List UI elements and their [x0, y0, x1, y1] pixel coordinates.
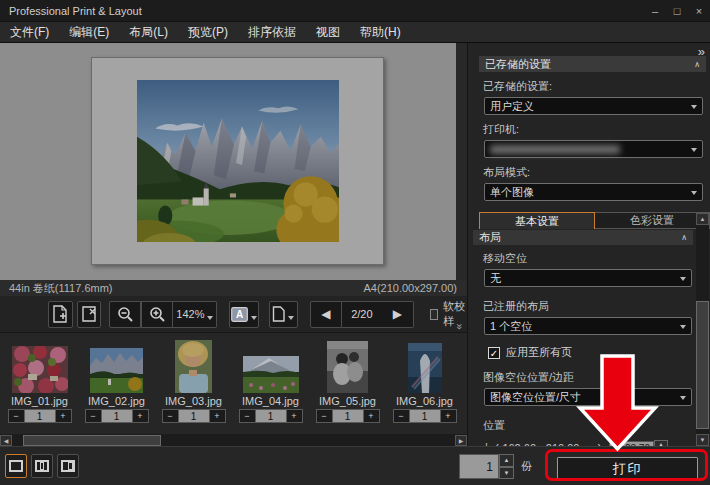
- apply-all-pages-control[interactable]: ✓ 应用至所有页: [488, 345, 710, 360]
- chevron-down-icon: [691, 191, 697, 195]
- preview-toolbar: 142% A ◀ 2/20: [0, 296, 467, 332]
- left-region: 44in 卷纸(1117.6mm) A4(210.00x297.00): [0, 43, 467, 446]
- thumbnail-image-girl-portrait[interactable]: [175, 340, 212, 393]
- apply-all-pages-checkbox[interactable]: ✓: [488, 347, 500, 359]
- add-page-icon: [52, 305, 68, 323]
- menu-edit[interactable]: 编辑(E): [59, 22, 119, 43]
- view-split-right-button[interactable]: [57, 454, 79, 478]
- thumbnail-image-mountain-meadow[interactable]: [243, 356, 299, 393]
- copies-stepper: − 1 +: [8, 409, 72, 423]
- printer-name-redacted: [490, 145, 620, 154]
- tab-color-settings[interactable]: 色彩设置: [595, 212, 710, 229]
- maximize-button[interactable]: □: [666, 0, 688, 22]
- thumbnail-image-flowers[interactable]: [12, 346, 68, 393]
- scrollbar-track[interactable]: [13, 435, 454, 446]
- decrement-button[interactable]: −: [393, 409, 410, 423]
- thumbnail-panel-collapse-icon[interactable]: »: [454, 323, 466, 328]
- chevron-down-icon: [288, 316, 294, 320]
- menu-preview[interactable]: 预览(P): [178, 22, 238, 43]
- previous-page-button[interactable]: ◀: [310, 301, 342, 328]
- view-split-center-button[interactable]: [31, 454, 53, 478]
- layout-section-header[interactable]: 布局 ∧: [473, 230, 693, 245]
- zoom-in-icon: [149, 306, 166, 323]
- increment-button[interactable]: +: [286, 409, 303, 423]
- add-page-button[interactable]: [48, 301, 73, 328]
- printer-dropdown[interactable]: [484, 140, 703, 158]
- chevron-down-icon: [207, 316, 213, 320]
- print-preview-canvas[interactable]: [0, 43, 456, 280]
- thumbnail-image-bw-children[interactable]: [327, 341, 368, 393]
- registered-layout-dropdown[interactable]: 1 个空位: [484, 317, 692, 335]
- move-slot-dropdown[interactable]: 无: [484, 269, 692, 287]
- paper-page[interactable]: [91, 57, 384, 265]
- decrement-button[interactable]: −: [85, 409, 102, 423]
- panel-collapse-icon[interactable]: »: [698, 44, 705, 59]
- decrement-button[interactable]: −: [162, 409, 179, 423]
- paper-settings-button[interactable]: [269, 301, 298, 328]
- collapse-caret-icon[interactable]: ∧: [681, 233, 687, 242]
- close-button[interactable]: ×: [688, 0, 710, 22]
- decrement-button[interactable]: −: [316, 409, 333, 423]
- increment-button[interactable]: +: [55, 409, 72, 423]
- thumbnail-item[interactable]: IMG_05.jpg − 1 +: [309, 337, 386, 434]
- page-size-label: A4(210.00x297.00): [363, 282, 467, 294]
- zoom-level-value: 142%: [176, 308, 204, 320]
- copies-count: 1: [410, 409, 440, 423]
- decrement-button[interactable]: −: [8, 409, 25, 423]
- sidebar-scrollbar[interactable]: ▲ ▼: [696, 213, 709, 446]
- thumbnail-image-mountains[interactable]: [90, 348, 143, 393]
- saved-settings-header[interactable]: 已存储的设置 ∧: [479, 56, 706, 72]
- decrement-button[interactable]: −: [239, 409, 256, 423]
- scroll-right-button[interactable]: ▶: [455, 435, 467, 446]
- scrollbar-thumb[interactable]: [23, 435, 161, 446]
- thumbnail-item[interactable]: IMG_01.jpg − 1 +: [1, 337, 78, 434]
- scroll-left-button[interactable]: ◀: [0, 435, 12, 446]
- menu-bar: 文件(F) 编辑(E) 布局(L) 预览(P) 排序依据 视图 帮助(H): [0, 22, 710, 43]
- arrow-right-icon: ▶: [393, 307, 402, 321]
- zoom-level-dropdown[interactable]: 142%: [173, 301, 217, 328]
- menu-layout[interactable]: 布局(L): [119, 22, 178, 43]
- increment-button[interactable]: +: [363, 409, 380, 423]
- zoom-in-button[interactable]: [141, 301, 173, 328]
- slot-position-dropdown[interactable]: 图像空位位置/尺寸: [484, 388, 692, 406]
- spin-up-button[interactable]: ▲: [499, 454, 514, 467]
- arrow-left-icon: ◀: [321, 307, 330, 321]
- increment-button[interactable]: +: [209, 409, 226, 423]
- zoom-out-button[interactable]: [109, 301, 141, 328]
- increment-button[interactable]: +: [132, 409, 149, 423]
- view-single-button[interactable]: [5, 454, 27, 478]
- text-style-button[interactable]: A: [229, 301, 258, 328]
- tab-basic-settings[interactable]: 基本设置: [479, 212, 595, 229]
- saved-settings-dropdown[interactable]: 用户定义: [484, 97, 703, 115]
- spin-down-button[interactable]: ▼: [499, 467, 514, 480]
- print-button[interactable]: 打印: [557, 457, 698, 480]
- menu-view[interactable]: 视图: [306, 22, 350, 43]
- copies-input[interactable]: 1: [459, 454, 499, 479]
- registered-layout-label: 已注册的布局: [483, 299, 710, 314]
- thumbnail-item[interactable]: IMG_04.jpg − 1 +: [232, 337, 309, 434]
- soft-proof-checkbox[interactable]: [430, 309, 438, 320]
- minimize-button[interactable]: –: [644, 0, 666, 22]
- scrollbar-thumb[interactable]: [696, 301, 709, 429]
- scroll-up-button[interactable]: ▲: [696, 213, 709, 225]
- split-right-view-icon: [61, 460, 75, 472]
- menu-file[interactable]: 文件(F): [0, 22, 59, 43]
- increment-button[interactable]: +: [440, 409, 457, 423]
- menu-help[interactable]: 帮助(H): [350, 22, 411, 43]
- position-section-label: 位置: [483, 418, 710, 433]
- mountain-landscape-photo: [137, 80, 339, 242]
- placed-photo[interactable]: [137, 80, 339, 242]
- menu-sort-by[interactable]: 排序依据: [238, 22, 306, 43]
- zoom-out-icon: [117, 306, 134, 323]
- layout-mode-dropdown[interactable]: 单个图像: [484, 183, 703, 201]
- next-page-button[interactable]: ▶: [382, 301, 414, 328]
- thumbnail-image-geyser[interactable]: [408, 343, 442, 393]
- thumbnail-filename: IMG_05.jpg: [319, 395, 376, 407]
- thumbnail-item[interactable]: IMG_06.jpg − 1 +: [386, 337, 463, 434]
- thumbnail-item[interactable]: IMG_02.jpg − 1 +: [78, 337, 155, 434]
- scroll-down-button[interactable]: ▼: [696, 434, 709, 446]
- collapse-caret-icon[interactable]: ∧: [694, 60, 700, 69]
- basic-settings-panel: 布局 ∧ 移动空位 无 已注册的布局 1 个空位 ✓ 应用至所有页 图像空位位置…: [468, 230, 710, 463]
- thumbnail-item[interactable]: IMG_03.jpg − 1 +: [155, 337, 232, 434]
- delete-page-button[interactable]: [77, 301, 102, 328]
